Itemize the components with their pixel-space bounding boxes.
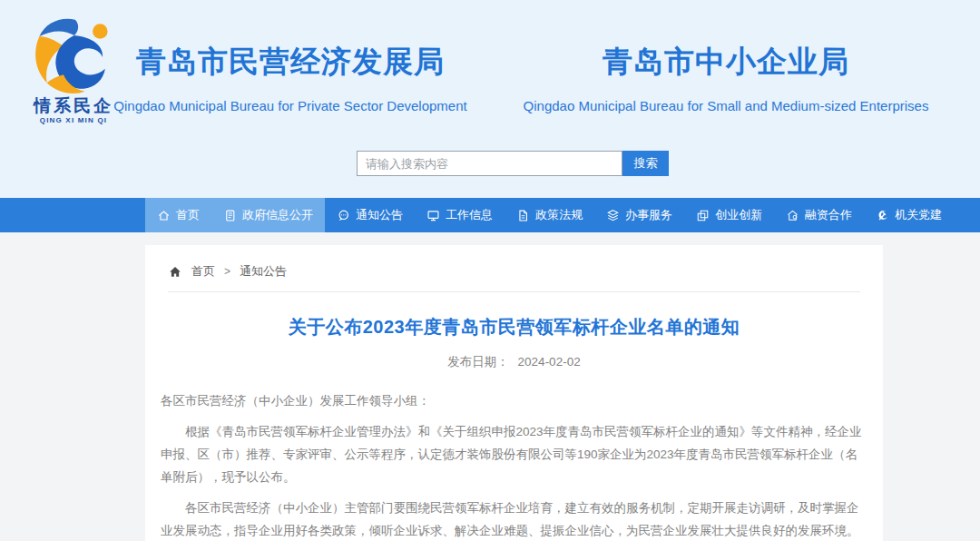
nav-item-financing[interactable]: 融资合作 bbox=[774, 198, 864, 232]
bureau-right-subtitle: Qingdao Municipal Bureau for Small and M… bbox=[490, 98, 962, 113]
bureau-right: 青岛市中小企业局 Qingdao Municipal Bureau for Sm… bbox=[490, 42, 962, 113]
bureau-left-subtitle: Qingdao Municipal Bureau for Private Sec… bbox=[91, 98, 490, 113]
site-header: 情系民企 QING XI MIN QI 青岛市民营经济发展局 Qingdao M… bbox=[0, 0, 980, 198]
content-card: 首页 > 通知公告 关于公布2023年度青岛市民营领军标杆企业名单的通知 发布日… bbox=[145, 245, 883, 541]
breadcrumb-home-link[interactable]: 首页 bbox=[191, 263, 215, 280]
main-navigation: 首页 政府信息公开 通知公告 工作信息 bbox=[0, 198, 980, 232]
breadcrumb-separator: > bbox=[224, 265, 230, 278]
nav-label: 创业创新 bbox=[715, 207, 762, 223]
nav-item-work-info[interactable]: 工作信息 bbox=[415, 198, 505, 232]
nav-item-innovation[interactable]: 创业创新 bbox=[684, 198, 774, 232]
article-paragraph: 根据《青岛市民营领军标杆企业管理办法》和《关于组织申报2023年度青岛市民营领军… bbox=[161, 420, 867, 488]
article-title: 关于公布2023年度青岛市民营领军标杆企业名单的通知 bbox=[161, 315, 867, 339]
bureau-right-title: 青岛市中小企业局 bbox=[490, 42, 962, 83]
publish-date-value: 2024-02-02 bbox=[518, 355, 581, 369]
nav-label: 政策法规 bbox=[535, 207, 583, 223]
nav-label: 首页 bbox=[176, 207, 200, 223]
nav-label: 融资合作 bbox=[805, 207, 852, 223]
search-bar: 搜索 bbox=[357, 151, 669, 176]
nav-item-policies[interactable]: 政策法规 bbox=[505, 198, 594, 232]
nav-label: 工作信息 bbox=[446, 207, 493, 223]
breadcrumb-home-icon bbox=[168, 265, 182, 279]
monitor-icon bbox=[426, 209, 440, 222]
search-input[interactable] bbox=[357, 151, 622, 176]
bureau-left: 青岛市民营经济发展局 Qingdao Municipal Bureau for … bbox=[91, 42, 490, 113]
publish-date-label: 发布日期： bbox=[447, 355, 509, 369]
breadcrumb-divider bbox=[168, 291, 860, 292]
nav-label: 办事服务 bbox=[625, 207, 672, 223]
search-button[interactable]: 搜索 bbox=[622, 151, 669, 176]
copy-icon bbox=[696, 209, 710, 222]
nav-label: 机关党建 bbox=[895, 207, 942, 223]
article-body: 各区市民营经济（中小企业）发展工作领导小组： 根据《青岛市民营领军标杆企业管理办… bbox=[161, 389, 867, 541]
logo-romanized-text: QING XI MIN QI bbox=[15, 116, 132, 124]
breadcrumb-current[interactable]: 通知公告 bbox=[240, 263, 287, 280]
nav-label: 通知公告 bbox=[356, 207, 403, 223]
nav-highlight-group: 首页 政府信息公开 bbox=[145, 198, 325, 232]
announcement-icon bbox=[337, 209, 350, 222]
document-icon bbox=[223, 209, 237, 222]
article-paragraph: 各区市民营经济（中小企业）主管部门要围绕民营领军标杆企业培育，建立有效的服务机制… bbox=[161, 497, 867, 541]
home-icon bbox=[157, 209, 171, 222]
nav-item-home[interactable]: 首页 bbox=[145, 198, 211, 232]
bureau-left-title: 青岛市民营经济发展局 bbox=[91, 42, 490, 83]
nav-item-notices[interactable]: 通知公告 bbox=[325, 198, 415, 232]
bank-icon bbox=[786, 209, 799, 222]
nav-label: 政府信息公开 bbox=[242, 207, 313, 223]
publish-date-row: 发布日期： 2024-02-02 bbox=[161, 354, 867, 370]
main-area: 首页 > 通知公告 关于公布2023年度青岛市民营领军标杆企业名单的通知 发布日… bbox=[0, 245, 980, 541]
policy-icon bbox=[516, 209, 530, 222]
breadcrumb: 首页 > 通知公告 bbox=[161, 261, 867, 280]
party-emblem-icon bbox=[876, 209, 889, 222]
article-paragraph: 各区市民营经济（中小企业）发展工作领导小组： bbox=[161, 389, 867, 412]
layers-icon bbox=[606, 209, 620, 222]
nav-item-party-building[interactable]: 机关党建 bbox=[864, 198, 954, 232]
nav-item-services[interactable]: 办事服务 bbox=[594, 198, 684, 232]
nav-item-gov-info[interactable]: 政府信息公开 bbox=[211, 198, 325, 232]
